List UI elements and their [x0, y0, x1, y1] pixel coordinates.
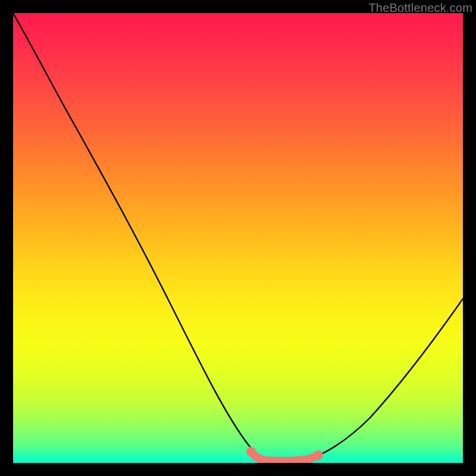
svg-point-0: [246, 447, 256, 456]
curve-layer: [13, 13, 463, 463]
plot-area: [13, 13, 463, 463]
bottleneck-curve: [13, 13, 463, 461]
optimal-highlight: [246, 447, 323, 461]
svg-point-1: [314, 450, 323, 460]
chart-frame: [13, 13, 463, 463]
watermark-text: TheBottleneck.com: [368, 1, 472, 15]
